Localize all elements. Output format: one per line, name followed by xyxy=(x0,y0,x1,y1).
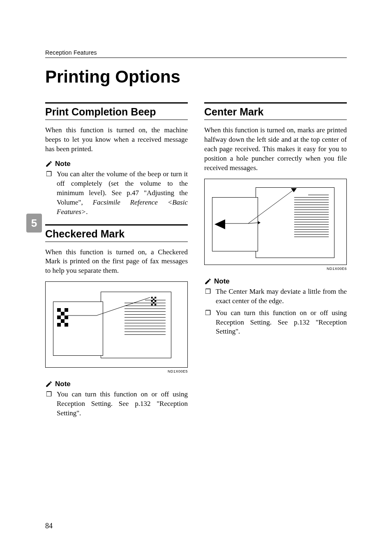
figure-label: ND1X00E6 xyxy=(204,267,347,271)
page-title: Printing Options xyxy=(45,67,347,87)
section-rule-thin xyxy=(45,120,188,120)
section-rule-thin xyxy=(204,120,347,120)
note-label: Note xyxy=(55,380,71,388)
note-list: You can alter the volume of the beep or … xyxy=(45,170,188,217)
chapter-tab: 5 xyxy=(26,214,42,233)
note-head: Note xyxy=(45,160,188,168)
note-head: Note xyxy=(45,380,188,388)
note-label: Note xyxy=(55,160,71,168)
note-item: The Center Mark may deviate a little fro… xyxy=(204,287,347,306)
svg-marker-2 xyxy=(214,219,225,229)
head-rule xyxy=(45,58,347,58)
note-item: You can alter the volume of the beep or … xyxy=(45,170,188,217)
body-text: When this function is turned on, the mac… xyxy=(45,126,188,154)
left-column: Print Completion Beep When this function… xyxy=(45,102,188,426)
note-label: Note xyxy=(214,277,230,286)
note-text-tail: . xyxy=(86,208,88,216)
pencil-icon xyxy=(45,380,53,388)
section-title-checkered-mark: Checkered Mark xyxy=(45,228,188,240)
section-rule-thin xyxy=(45,242,188,242)
figure-checkered-mark xyxy=(45,281,188,368)
note-item: You can turn this function on or off usi… xyxy=(204,309,347,337)
figure-label: ND1X00E5 xyxy=(45,369,188,373)
columns: Print Completion Beep When this function… xyxy=(45,102,347,426)
body-text: When this function is turned on, marks a… xyxy=(204,126,347,173)
section-title-print-completion-beep: Print Completion Beep xyxy=(45,106,188,118)
section-rule xyxy=(45,102,188,104)
section-title-center-mark: Center Mark xyxy=(204,106,347,118)
page: Reception Features Printing Options 5 Pr… xyxy=(0,0,392,555)
note-list: You can turn this function on or off usi… xyxy=(45,390,188,418)
note-list: The Center Mark may deviate a little fro… xyxy=(204,287,347,337)
figure-center-mark xyxy=(204,179,347,265)
note-head: Note xyxy=(204,277,347,286)
right-column: Center Mark When this function is turned… xyxy=(204,102,347,426)
pointer-lines-icon xyxy=(225,189,295,226)
pointer-line-icon xyxy=(68,295,154,324)
pencil-icon xyxy=(45,160,53,168)
note-item: You can turn this function on or off usi… xyxy=(45,390,188,418)
running-head: Reception Features xyxy=(45,49,347,56)
triangle-left-icon xyxy=(214,219,225,229)
section-rule xyxy=(204,102,347,104)
pencil-icon xyxy=(204,278,212,285)
body-text: When this function is turned on, a Check… xyxy=(45,248,188,276)
section-rule xyxy=(45,224,188,226)
page-number: 84 xyxy=(45,522,53,530)
